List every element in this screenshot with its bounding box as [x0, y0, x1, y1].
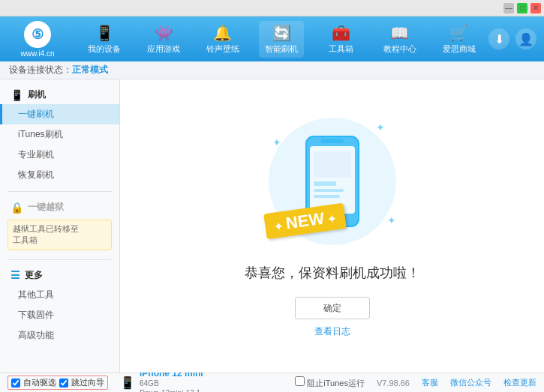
svg-rect-3 — [314, 151, 351, 178]
sidebar-more-header: ☰ 更多 — [0, 266, 119, 285]
sidebar-flash-header: 📱 刷机 — [0, 85, 119, 104]
toolbox-icon: 🧰 — [332, 24, 350, 42]
store-icon: 🛒 — [449, 24, 468, 42]
nav-tutorial[interactable]: 📖 教程中心 — [377, 21, 422, 58]
nav-ringtones[interactable]: 🔔 铃声壁纸 — [200, 21, 245, 58]
logo-text: www.i4.cn — [20, 49, 54, 58]
skip-wizard-label: 跳过向导 — [71, 377, 104, 388]
sidebar-item-other-tools[interactable]: 其他工具 — [0, 285, 119, 305]
nav-my-device[interactable]: 📱 我的设备 — [82, 21, 127, 58]
nav-smart-flash[interactable]: 🔄 智能刷机 — [259, 21, 304, 58]
sidebar-item-one-click-flash[interactable]: 一键刷机 — [0, 104, 119, 124]
my-device-icon: 📱 — [95, 24, 114, 42]
sidebar-item-download-firmware[interactable]: 下载固件 — [0, 305, 119, 325]
svg-rect-7 — [321, 139, 344, 143]
top-navigation: ⑤ www.i4.cn 📱 我的设备 👾 应用游戏 🔔 铃声壁纸 🔄 智能刷机 … — [0, 16, 544, 61]
sparkle-1: ✦ — [376, 121, 385, 133]
confirm-button[interactable]: 确定 — [295, 297, 370, 319]
check-update-link[interactable]: 检查更新 — [503, 377, 536, 388]
smart-flash-icon: 🔄 — [272, 24, 291, 42]
status-value: 正常模式 — [72, 64, 108, 76]
window-controls: — □ ✕ — [503, 3, 541, 13]
sidebar-item-itunes-flash[interactable]: iTunes刷机 — [0, 124, 119, 145]
sparkle-3: ✦ — [387, 214, 396, 226]
sidebar-jailbreak-header: 🔒 一键越狱 — [0, 198, 119, 217]
jailbreak-section-label: 一键越狱 — [28, 201, 64, 214]
main-container: 📱 刷机 一键刷机 iTunes刷机 专业刷机 恢复刷机 🔒 一键越狱 — [0, 79, 544, 373]
more-section-label: 更多 — [25, 269, 43, 282]
device-sub: 64GB Down-12mini-13,1 — [140, 379, 203, 393]
checkbox-group: 自动驱选 跳过向导 — [8, 376, 108, 390]
sidebar-jailbreak-section: 🔒 一键越狱 越狱工具已转移至 工具箱 — [0, 195, 119, 256]
sidebar-divider-2 — [8, 259, 112, 260]
ringtones-label: 铃声壁纸 — [206, 43, 239, 55]
toolbox-label: 工具箱 — [329, 43, 353, 55]
itunes-block-checkbox[interactable] — [295, 376, 305, 386]
nav-store[interactable]: 🛒 爱思商城 — [437, 21, 482, 58]
sparkle-2: ✦ — [272, 136, 281, 148]
user-btn[interactable]: 👤 — [515, 28, 536, 49]
nav-toolbox[interactable]: 🧰 工具箱 — [318, 21, 363, 58]
hero-graphic: ✦ ✦ ✦ — [257, 114, 407, 249]
download-btn[interactable]: ⬇ — [488, 28, 509, 49]
bottom-right: 阻止iTunes运行 V7.98.66 客服 微信公众号 检查更新 — [295, 376, 536, 389]
sidebar: 📱 刷机 一键刷机 iTunes刷机 专业刷机 恢复刷机 🔒 一键越狱 — [0, 79, 120, 373]
sidebar-more-section: ☰ 更多 其他工具 下载固件 高级功能 — [0, 263, 119, 349]
logo-icon: ⑤ — [24, 21, 51, 48]
device-firmware: Down-12mini-13,1 — [140, 388, 203, 393]
nav-apps-games[interactable]: 👾 应用游戏 — [141, 21, 186, 58]
store-label: 爱思商城 — [443, 43, 476, 55]
device-storage: 64GB — [140, 379, 203, 388]
auto-tune-checkbox[interactable] — [11, 379, 20, 388]
svg-rect-6 — [314, 195, 340, 198]
svg-rect-4 — [314, 181, 336, 186]
tutorial-icon: 📖 — [390, 24, 409, 42]
content-area: ✦ ✦ ✦ — [120, 79, 544, 373]
success-message: 恭喜您，保资料刷机成功啦！ — [245, 264, 420, 282]
ringtones-icon: 🔔 — [213, 24, 232, 42]
statusbar: 设备连接状态： 正常模式 — [0, 61, 544, 79]
secondary-link[interactable]: 查看日志 — [314, 325, 350, 338]
nav-items: 📱 我的设备 👾 应用游戏 🔔 铃声壁纸 🔄 智能刷机 🧰 工具箱 📖 教程中心… — [75, 21, 488, 58]
my-device-label: 我的设备 — [88, 43, 121, 55]
sidebar-item-pro-flash[interactable]: 专业刷机 — [0, 145, 119, 165]
status-prefix: 设备连接状态： — [9, 64, 72, 76]
more-section-icon: ☰ — [11, 269, 20, 281]
itunes-status: 阻止iTunes运行 — [295, 376, 365, 389]
bottom-bar: 自动驱选 跳过向导 📱 iPhone 12 mini 64GB Down-12m… — [0, 373, 544, 392]
device-icon: 📱 — [120, 376, 135, 390]
jailbreak-section-icon: 🔒 — [11, 202, 23, 214]
maximize-btn[interactable]: □ — [517, 3, 527, 13]
sidebar-item-restore-flash[interactable]: 恢复刷机 — [0, 165, 119, 185]
sidebar-divider-1 — [8, 191, 112, 192]
tutorial-label: 教程中心 — [383, 43, 416, 55]
sidebar-flash-section: 📱 刷机 一键刷机 iTunes刷机 专业刷机 恢复刷机 — [0, 82, 119, 188]
sidebar-item-advanced[interactable]: 高级功能 — [0, 325, 119, 346]
logo-area: ⑤ www.i4.cn — [8, 21, 68, 58]
close-btn[interactable]: ✕ — [530, 3, 541, 13]
jailbreak-notice: 越狱工具已转移至 工具箱 — [8, 220, 112, 250]
flash-section-icon: 📱 — [11, 89, 23, 101]
apps-games-label: 应用游戏 — [147, 43, 180, 55]
skip-wizard-checkbox[interactable] — [59, 379, 68, 388]
flash-section-label: 刷机 — [28, 88, 46, 101]
version-text: V7.98.66 — [377, 379, 410, 388]
customer-service-link[interactable]: 客服 — [422, 377, 438, 388]
nav-right-buttons: ⬇ 👤 — [488, 28, 536, 49]
svg-rect-5 — [314, 189, 344, 192]
phone-graphic: ✦ ✦ ✦ — [257, 114, 407, 249]
auto-tune-label: 自动驱选 — [23, 377, 56, 388]
smart-flash-label: 智能刷机 — [265, 43, 298, 55]
wechat-public-link[interactable]: 微信公众号 — [450, 377, 491, 388]
apps-games-icon: 👾 — [155, 24, 173, 42]
minimize-btn[interactable]: — — [503, 3, 514, 13]
titlebar: — □ ✕ — [0, 0, 544, 16]
itunes-status-label: 阻止iTunes运行 — [307, 379, 365, 388]
